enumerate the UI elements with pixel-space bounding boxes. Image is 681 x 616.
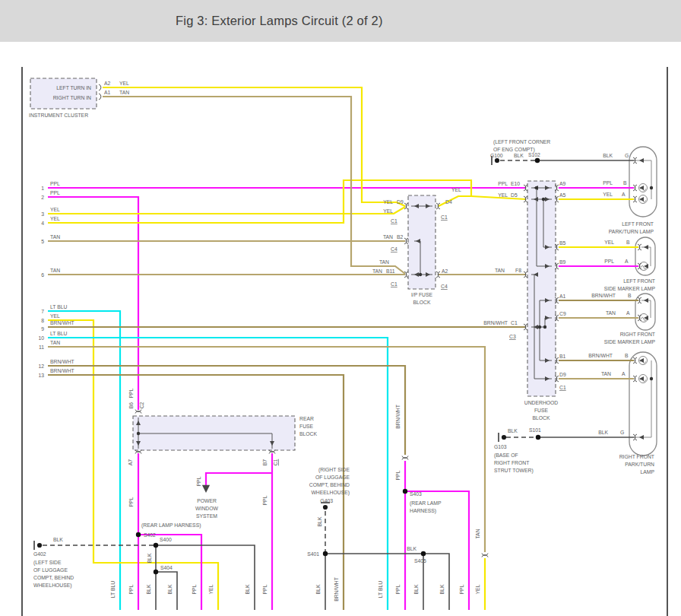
wire-label: WHEELHOUSE): [33, 583, 72, 589]
wire-label: BRN/WHT: [395, 405, 401, 429]
wire-label: D9: [397, 199, 404, 205]
connector-icon: [556, 357, 559, 364]
wire-label: S101: [529, 427, 541, 433]
wire-label: TAN: [119, 90, 129, 95]
wire-label: YEL: [451, 187, 461, 192]
wire-label: C4: [391, 246, 398, 252]
wire-label: PPL: [196, 476, 201, 486]
wire-label: BLK: [167, 584, 173, 594]
wire-label: B6: [128, 402, 134, 409]
wire-label: BLK: [407, 546, 417, 551]
wire-label: G: [620, 430, 624, 435]
wire-label: YEL: [50, 207, 60, 212]
wire-label: WHEELHOUSE): [311, 490, 350, 496]
wire-label: LEFT FRONT: [622, 221, 654, 227]
wire-label: B: [626, 240, 630, 245]
wire-label: PPL: [128, 497, 134, 506]
connector-icon: [635, 376, 637, 382]
wire-label: A2: [442, 268, 448, 274]
wire-label: FUSE: [299, 424, 314, 429]
wire-label: G103: [494, 444, 507, 449]
wire-label: PPL: [498, 181, 508, 186]
junction-dot: [650, 186, 653, 189]
wire-label: A1: [559, 294, 566, 299]
wire-label: S401: [307, 551, 319, 557]
wire-label: 1: [41, 186, 44, 191]
connector-icon: [635, 196, 637, 202]
wire-label: D4: [445, 199, 452, 205]
wire-label: (RIGHT SIDE: [318, 467, 350, 473]
splice-dot: [535, 158, 540, 163]
wire-label: PPL: [395, 470, 401, 480]
connector-icon: [556, 263, 559, 269]
wire-label: C1: [559, 385, 566, 390]
lamp-outline: [635, 294, 655, 330]
wire-label: 8: [41, 318, 44, 323]
wire-label: A: [622, 192, 626, 197]
wire-label: LT BLU: [50, 304, 68, 310]
wire-label: RIGHT FRONT: [620, 332, 655, 337]
wire-label: TAN: [383, 234, 393, 240]
arrowhead-icon: [644, 298, 648, 303]
wire-label: G403: [320, 498, 333, 503]
wire-label: PPL: [50, 181, 60, 186]
junction-dot: [137, 432, 140, 435]
wire-label: TAN: [50, 268, 60, 273]
connector-icon: [635, 357, 637, 364]
wire-tan: [103, 97, 405, 274]
wire-label: PPL: [192, 584, 197, 594]
wire-label: A: [625, 259, 629, 264]
connector-icon: [482, 555, 488, 557]
wire-ppl: [206, 473, 272, 487]
wire-label: B5: [559, 240, 566, 246]
wire-label: OF LUGGAGE: [33, 567, 68, 573]
wire-label: LAMP: [640, 469, 654, 475]
wire-label: PPL: [262, 495, 268, 505]
wire-label: YEL: [498, 192, 508, 198]
wire-label: PPL: [604, 259, 614, 264]
wire-label: PARK/TURN: [625, 462, 654, 467]
wire-label: BLK: [508, 428, 518, 433]
wire-label: A5: [559, 192, 566, 198]
wire-label: SIDE MARKER LAMP: [604, 286, 656, 291]
splice-dot: [403, 489, 407, 494]
wire-label: POWER: [197, 498, 217, 503]
wire-label: YEL: [208, 584, 214, 594]
connector-icon: [639, 315, 641, 321]
wire-label: BLOCK: [299, 431, 318, 437]
wire-label: REAR: [299, 416, 314, 421]
wire-label: S404: [160, 565, 173, 570]
wire-label: BRN/WHT: [588, 353, 613, 358]
junction-dot: [538, 325, 541, 329]
arrowhead-icon: [639, 158, 644, 163]
wire-label: PPL: [50, 190, 60, 195]
component-box: [30, 78, 97, 109]
wire-ltb: [48, 311, 120, 610]
wire-label: TAN: [475, 529, 480, 538]
wire-label: 9: [41, 326, 44, 332]
wire-label: C1: [441, 214, 448, 220]
wire-label: 12: [38, 364, 44, 369]
wire-label: C4: [441, 284, 448, 289]
connector-icon: [639, 263, 641, 269]
connector-icon: [402, 458, 408, 460]
junction-dot: [535, 186, 538, 189]
wire-label: G402: [33, 551, 46, 557]
wire-label: YEL: [603, 192, 613, 197]
wire-label: LT BLU: [378, 581, 383, 599]
wire-label: A2: [104, 81, 111, 86]
wire-label: A: [626, 310, 630, 316]
wire-label: BRN/WHT: [334, 577, 339, 602]
wire-label: 11: [39, 345, 44, 350]
wire-label: OF LUGGAGE: [315, 475, 350, 480]
arrowhead-icon: [639, 186, 644, 190]
wire-label: BRN/WHT: [483, 320, 508, 325]
wire-label: TAN: [495, 268, 505, 273]
connector-icon: [556, 185, 559, 191]
wire-label: BLK: [53, 537, 63, 542]
wire-label: INSTRUMENT CLUSTER: [29, 113, 88, 118]
wire-label: D9: [559, 372, 566, 377]
wire-label: TAN: [379, 259, 389, 265]
splice-dot: [536, 435, 540, 440]
wire-label: C1: [391, 218, 398, 224]
